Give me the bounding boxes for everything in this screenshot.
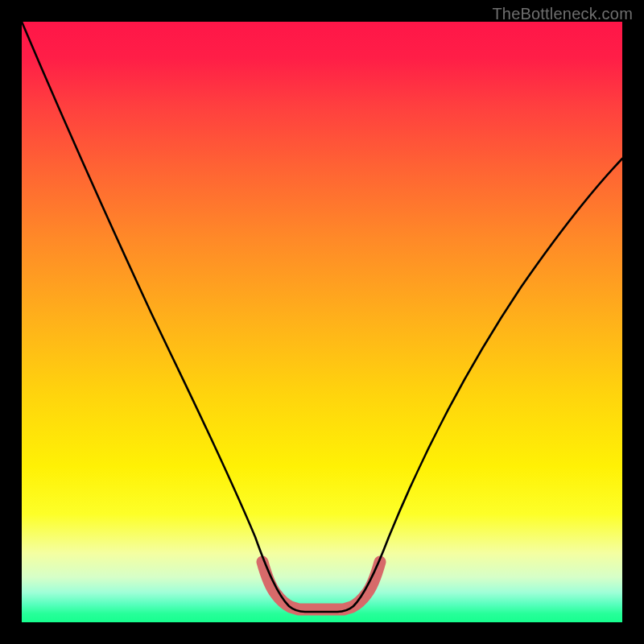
curve-layer xyxy=(22,22,622,622)
watermark-text: TheBottleneck.com xyxy=(492,5,633,23)
plot-area xyxy=(22,22,622,622)
bottleneck-curve-path xyxy=(22,22,622,612)
chart-canvas: TheBottleneck.com xyxy=(0,0,644,644)
trough-highlight-path xyxy=(262,562,380,609)
